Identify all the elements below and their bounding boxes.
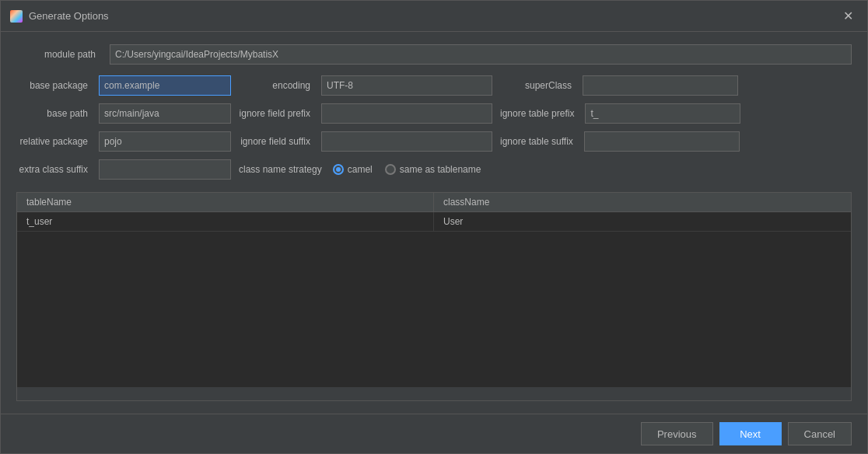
module-path-row: module path: [16, 44, 852, 65]
cell-class-name: User: [434, 212, 851, 231]
table-header: tableName className: [17, 193, 851, 212]
relative-package-input[interactable]: [99, 131, 231, 152]
encoding-group: encoding: [239, 75, 492, 96]
ignore-table-suffix-group: ignore table suffix: [500, 131, 740, 152]
base-package-label: base package: [16, 80, 94, 91]
data-table: tableName className t_user User: [16, 192, 852, 401]
radio-camel[interactable]: camel: [333, 164, 373, 175]
dialog-content: module path base package encoding superC…: [1, 32, 867, 414]
ignore-field-prefix-group: ignore field prefix: [239, 103, 492, 124]
ignore-field-suffix-label: ignore field suffix: [239, 136, 317, 147]
radio-camel-circle[interactable]: [333, 164, 344, 175]
ignore-field-prefix-input[interactable]: [321, 103, 492, 124]
extra-class-suffix-label: extra class suffix: [16, 164, 94, 175]
row-3: relative package ignore field suffix ign…: [16, 131, 852, 152]
dialog: Generate Options ✕ module path base pack…: [0, 0, 868, 454]
dialog-title: Generate Options: [29, 10, 109, 22]
cell-table-name: t_user: [17, 212, 434, 231]
base-package-group: base package: [16, 75, 231, 96]
next-button[interactable]: Next: [719, 422, 782, 445]
col-class-name: className: [434, 193, 851, 211]
radio-camel-label: camel: [348, 164, 373, 175]
table-body: t_user User: [17, 212, 851, 387]
radio-same-as-tablename-label: same as tablename: [400, 164, 481, 175]
relative-package-group: relative package: [16, 131, 231, 152]
relative-package-label: relative package: [16, 136, 94, 147]
previous-button[interactable]: Previous: [641, 422, 713, 445]
row-2: base path ignore field prefix ignore tab…: [16, 103, 852, 124]
row-4: extra class suffix class name strategy c…: [16, 159, 852, 180]
ignore-field-prefix-label: ignore field prefix: [239, 108, 317, 119]
base-package-input[interactable]: [99, 75, 231, 96]
ignore-field-suffix-group: ignore field suffix: [239, 131, 492, 152]
title-bar: Generate Options ✕: [1, 1, 867, 32]
cancel-button[interactable]: Cancel: [788, 422, 852, 445]
title-bar-left: Generate Options: [10, 10, 109, 23]
class-name-strategy-group: class name strategy camel same as tablen…: [239, 164, 481, 175]
ignore-field-suffix-input[interactable]: [321, 131, 492, 152]
class-name-strategy-label: class name strategy: [239, 164, 328, 175]
ignore-table-prefix-group: ignore table prefix: [500, 103, 740, 124]
base-path-input[interactable]: [99, 103, 231, 124]
app-icon: [10, 10, 23, 23]
close-button[interactable]: ✕: [838, 9, 858, 24]
base-path-group: base path: [16, 103, 231, 124]
table-row[interactable]: t_user User: [17, 212, 851, 232]
ignore-table-suffix-input[interactable]: [584, 131, 740, 152]
dialog-footer: Previous Next Cancel: [1, 414, 867, 453]
ignore-table-suffix-label: ignore table suffix: [500, 136, 579, 147]
row-1: base package encoding superClass: [16, 75, 852, 96]
ignore-table-prefix-input[interactable]: [585, 103, 740, 124]
radio-same-as-tablename-circle[interactable]: [385, 164, 396, 175]
super-class-group: superClass: [500, 75, 738, 96]
encoding-label: encoding: [239, 80, 317, 91]
table-empty-area: [17, 232, 851, 387]
module-path-input[interactable]: [110, 44, 852, 65]
extra-class-suffix-input[interactable]: [99, 159, 231, 180]
col-table-name: tableName: [17, 193, 434, 211]
radio-group: camel same as tablename: [333, 164, 481, 175]
super-class-input[interactable]: [583, 75, 738, 96]
extra-class-suffix-group: extra class suffix: [16, 159, 231, 180]
radio-same-as-tablename[interactable]: same as tablename: [385, 164, 481, 175]
super-class-label: superClass: [500, 80, 578, 91]
encoding-input[interactable]: [321, 75, 492, 96]
ignore-table-prefix-label: ignore table prefix: [500, 108, 580, 119]
base-path-label: base path: [16, 108, 94, 119]
module-path-label: module path: [16, 49, 102, 60]
